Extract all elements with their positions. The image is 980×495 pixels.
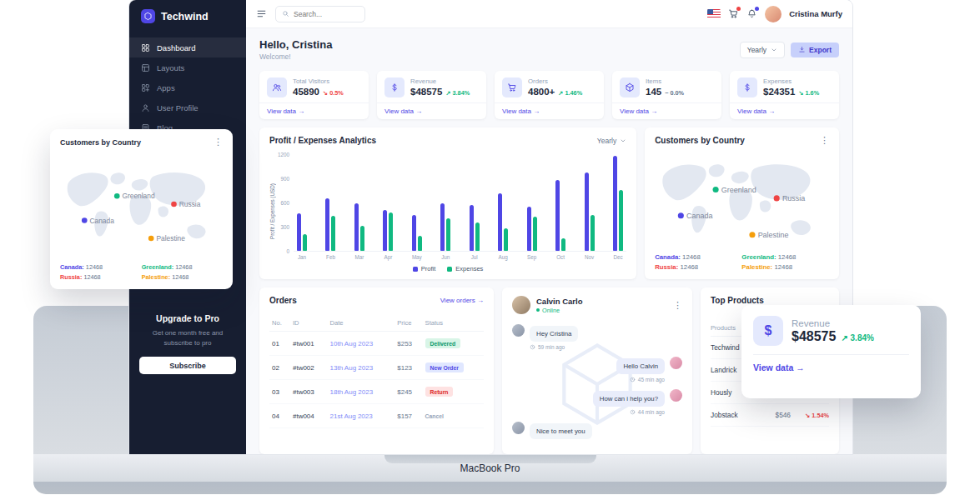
svg-text:Russia: Russia xyxy=(179,200,201,208)
expenses-bar xyxy=(561,238,565,252)
chat-message-time: 59 min ago xyxy=(530,344,578,350)
sidebar-item-label: User Profile xyxy=(157,103,199,112)
svg-text:Greenland: Greenland xyxy=(721,186,756,194)
y-tick-label: 900 xyxy=(281,176,290,182)
chat-message-time: 44 min ago xyxy=(593,409,665,415)
stat-delta: ↗ 3.84% xyxy=(445,89,470,97)
view-orders-link[interactable]: View orders → xyxy=(440,297,484,304)
country-legend-palestine: Palestine: 12468 xyxy=(142,273,223,281)
chat-bubble: Nice to meet you xyxy=(530,423,592,439)
bar-group-jun[interactable]: Jun xyxy=(440,152,450,262)
order-row-tw002[interactable]: 02#tw00213th Aug 2023$123New Order xyxy=(269,356,484,380)
box-icon xyxy=(620,78,640,98)
clock-icon xyxy=(630,409,636,415)
kebab-menu-icon[interactable]: ⋮ xyxy=(214,138,223,147)
x-tick-label: Jun xyxy=(441,254,450,262)
laptop-notch xyxy=(384,454,596,463)
country-legend: Canada: 12468Russia: 12468Greenland: 124… xyxy=(655,253,829,271)
orders-title: Orders xyxy=(269,296,297,305)
user-avatar[interactable] xyxy=(765,6,781,22)
bar-group-oct[interactable]: Oct xyxy=(555,152,565,262)
profit-bar xyxy=(325,198,329,252)
x-tick-label: Sep xyxy=(527,254,536,262)
view-data-link[interactable]: View data → xyxy=(495,102,604,119)
svg-text:Palestine: Palestine xyxy=(156,234,185,242)
order-row-tw003[interactable]: 03#tw00318th Aug 2023$245Return xyxy=(269,380,484,404)
country-legend: Canada: 12468Russia: 12468Greenland: 124… xyxy=(60,263,223,281)
bar-group-may[interactable]: May xyxy=(412,152,422,262)
stat-label: Expenses xyxy=(763,78,819,85)
search-box[interactable] xyxy=(275,6,365,22)
sidebar-item-label: Dashboard xyxy=(157,43,195,52)
product-row-jobstack[interactable]: Jobstack$546↘ 1.54% xyxy=(711,404,829,427)
export-button[interactable]: Export xyxy=(791,42,839,58)
view-data-link[interactable]: View data → xyxy=(377,102,486,119)
cart-icon[interactable] xyxy=(728,8,739,19)
download-icon xyxy=(798,46,806,53)
order-row-tw001[interactable]: 01#tw00110th Aug 2023$253Delivered xyxy=(269,332,484,356)
sidebar-item-user-profile[interactable]: User Profile xyxy=(129,98,246,118)
x-tick-label: Feb xyxy=(326,254,335,262)
welcome-text: Welcome! xyxy=(259,52,332,61)
menu-toggle-icon[interactable] xyxy=(256,8,267,19)
orders-column-id: ID xyxy=(290,315,328,332)
chart-y-ticks: 12009006003000 xyxy=(275,152,294,262)
sidebar-item-layouts[interactable]: Layouts xyxy=(129,58,246,78)
view-data-link[interactable]: View data → xyxy=(612,102,721,119)
notifications-bell-icon[interactable] xyxy=(746,8,757,19)
bar-group-mar[interactable]: Mar xyxy=(354,152,364,262)
dollar-icon xyxy=(384,78,405,98)
bar-group-dec[interactable]: Dec xyxy=(613,152,623,262)
view-data-link[interactable]: View data → xyxy=(259,102,369,119)
charts-row: Profit / Expenses Analytics Yearly Profi… xyxy=(259,128,839,279)
export-button-label: Export xyxy=(809,46,832,54)
stat-value: 45890 xyxy=(293,87,319,97)
app-logo[interactable]: Techwind xyxy=(129,0,246,32)
profit-bar xyxy=(412,215,416,252)
chart-body: Profit / Expenses (USD) 12009006003000 J… xyxy=(269,152,626,262)
chart-period-select[interactable]: Yearly xyxy=(597,137,626,145)
view-data-link[interactable]: View data → xyxy=(753,354,909,372)
order-row-tw004[interactable]: 04#tw00421st Aug 2023$157Cancel xyxy=(269,404,484,428)
svg-text:Canada: Canada xyxy=(89,217,114,225)
stat-card-expenses: Expenses$24351↘ 1.6%View data → xyxy=(730,71,839,119)
avatar xyxy=(512,324,525,337)
view-data-link[interactable]: View data → xyxy=(730,102,839,119)
user-name: Cristina Murfy xyxy=(789,9,842,18)
profit-bar xyxy=(613,156,617,252)
bar-group-nov[interactable]: Nov xyxy=(585,152,595,262)
avatar xyxy=(670,357,682,369)
expenses-bar xyxy=(331,216,335,252)
period-select[interactable]: Yearly xyxy=(740,42,785,58)
stat-label: Orders xyxy=(528,78,582,85)
online-dot-icon xyxy=(536,308,540,312)
chat-message: How can i help you?44 min ago xyxy=(512,389,682,415)
stat-label: Items xyxy=(646,78,684,85)
bar-group-jul[interactable]: Jul xyxy=(470,152,480,262)
bar-group-aug[interactable]: Aug xyxy=(498,152,508,262)
language-flag-us[interactable] xyxy=(707,9,721,18)
apps-icon xyxy=(141,83,150,92)
avatar xyxy=(512,422,525,434)
search-input[interactable] xyxy=(294,10,359,18)
chat-bubble: How can i help you? xyxy=(593,391,665,407)
world-map: CanadaGreenlandRussiaPalestine xyxy=(655,149,829,251)
subscribe-button[interactable]: Subscribe xyxy=(139,357,236,374)
stat-card-total-visitors: Total Visitors45890↘ 0.5%View data → xyxy=(259,71,369,119)
chat-bubble: Hey Cristina xyxy=(530,326,578,342)
status-badge: New Order xyxy=(425,362,464,372)
bar-group-feb[interactable]: Feb xyxy=(325,152,335,262)
kebab-menu-icon[interactable]: ⋮ xyxy=(673,301,682,310)
kebab-menu-icon[interactable]: ⋮ xyxy=(820,136,829,145)
bar-group-sep[interactable]: Sep xyxy=(527,152,537,262)
upgrade-card: Upgrade to Pro Get one month free and su… xyxy=(139,313,236,374)
sidebar-item-apps[interactable]: Apps xyxy=(129,78,246,98)
svg-text:Palestine: Palestine xyxy=(758,231,789,239)
expenses-bar xyxy=(475,222,480,252)
revenue-popup-delta: ↗ 3.84% xyxy=(841,333,874,342)
sidebar-item-dashboard[interactable]: Dashboard xyxy=(129,38,246,58)
orders-card: Orders View orders → No.IDDatePriceStatu… xyxy=(259,288,494,454)
bar-group-jan[interactable]: Jan xyxy=(297,152,307,262)
bar-group-apr[interactable]: Apr xyxy=(383,152,393,262)
y-tick-label: 600 xyxy=(281,200,290,206)
